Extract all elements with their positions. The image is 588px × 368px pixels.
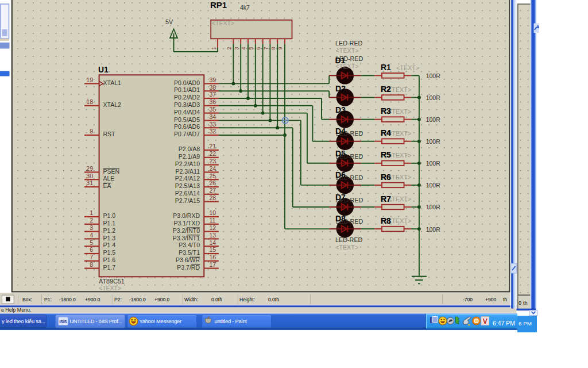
svg-text:P2.3/A11: P2.3/A11: [176, 168, 200, 175]
svg-text:Height:: Height:: [239, 297, 255, 302]
svg-text:9: 9: [90, 128, 93, 135]
svg-text:+900.0: +900.0: [85, 297, 100, 302]
svg-text:11: 11: [210, 217, 216, 224]
svg-text:RP1: RP1: [210, 0, 227, 10]
svg-text:UNTITLED - ISIS Prof...: UNTITLED - ISIS Prof...: [70, 319, 122, 324]
svg-text:R8: R8: [381, 216, 391, 225]
svg-text:100R: 100R: [426, 160, 441, 167]
svg-text:U1: U1: [98, 65, 109, 74]
svg-text:PSEN: PSEN: [103, 168, 120, 175]
svg-text:RST: RST: [103, 131, 116, 137]
svg-text:<TEXT>: <TEXT>: [388, 174, 411, 181]
svg-text:LED-RED: LED-RED: [335, 40, 363, 47]
svg-text:P0.3/AD3: P0.3/AD3: [174, 101, 200, 108]
svg-text:D8: D8: [335, 214, 346, 223]
svg-text:31: 31: [86, 179, 93, 186]
svg-text:R6: R6: [381, 172, 391, 182]
svg-text:100R: 100R: [426, 138, 441, 145]
svg-text:25: 25: [210, 172, 216, 179]
svg-text:P3.3/INT1: P3.3/INT1: [173, 235, 200, 241]
svg-text:<TEXT>: <TEXT>: [99, 285, 121, 292]
svg-text:100R: 100R: [426, 72, 441, 79]
svg-text:36: 36: [210, 98, 216, 105]
svg-text:XTAL1: XTAL1: [103, 79, 121, 86]
svg-text:10: 10: [210, 209, 216, 216]
svg-text:-1800.0: -1800.0: [59, 297, 76, 302]
svg-text:17: 17: [210, 261, 216, 268]
svg-text:P1.1: P1.1: [103, 220, 116, 227]
svg-text:<TEXT>: <TEXT>: [336, 47, 359, 54]
svg-text:1: 1: [211, 47, 216, 50]
svg-text:<TEXT>: <TEXT>: [388, 217, 411, 224]
svg-text:15: 15: [210, 246, 216, 253]
svg-text:ALE: ALE: [103, 175, 115, 182]
svg-text:LED-RED: LED-RED: [335, 236, 363, 243]
svg-text:3: 3: [234, 47, 239, 50]
svg-text:P3.4/T0: P3.4/T0: [179, 241, 200, 248]
svg-text:P2.4/A12: P2.4/A12: [175, 175, 200, 182]
svg-text:P1:: P1:: [44, 297, 52, 302]
svg-text:4k7: 4k7: [240, 4, 250, 11]
svg-text:P0.6/AD6: P0.6/AD6: [174, 123, 200, 130]
svg-text:8: 8: [270, 47, 276, 50]
svg-text:untitled - Paint: untitled - Paint: [215, 319, 247, 324]
svg-text:7: 7: [263, 47, 269, 50]
svg-text:P1.0: P1.0: [103, 212, 116, 219]
svg-text:<TEXT>: <TEXT>: [336, 63, 359, 70]
svg-text:35: 35: [210, 106, 216, 113]
svg-text:0: 0: [519, 300, 521, 306]
svg-text:22: 22: [210, 150, 216, 157]
svg-text:16: 16: [210, 254, 216, 260]
svg-text:3: 3: [90, 224, 93, 231]
svg-text:38: 38: [210, 84, 216, 91]
svg-text:R4: R4: [381, 128, 391, 137]
svg-text:100R: 100R: [426, 182, 441, 189]
svg-text:7: 7: [90, 254, 93, 260]
svg-text:y led theo kiểu sa...: y led theo kiểu sa...: [2, 319, 45, 324]
svg-text:0.0th: 0.0th: [211, 297, 222, 302]
svg-text:4: 4: [241, 47, 246, 50]
svg-text:6 PM: 6 PM: [519, 320, 532, 327]
svg-text:EA: EA: [103, 182, 111, 189]
svg-text:P3.6/WR: P3.6/WR: [176, 256, 200, 263]
svg-text:23: 23: [210, 158, 216, 164]
svg-text:AT89C51: AT89C51: [99, 278, 125, 285]
svg-text:D6: D6: [335, 170, 346, 179]
svg-text:37: 37: [210, 91, 216, 98]
svg-text:19: 19: [86, 76, 93, 83]
svg-text:1: 1: [90, 209, 93, 216]
svg-text:26: 26: [210, 179, 216, 186]
svg-text:P3.1/TXD: P3.1/TXD: [173, 220, 200, 227]
svg-text:13: 13: [210, 232, 216, 239]
svg-text:P2.0/A8: P2.0/A8: [179, 145, 200, 152]
svg-text:ISIS: ISIS: [59, 319, 67, 324]
svg-text:D4: D4: [335, 126, 346, 136]
svg-text:R3: R3: [381, 106, 391, 116]
svg-text:P2.1/A9: P2.1/A9: [179, 153, 200, 160]
svg-text:39: 39: [210, 76, 216, 83]
svg-text:-1800.0: -1800.0: [129, 297, 146, 302]
svg-text:P2:: P2:: [114, 297, 122, 302]
svg-text:P2.5/A13: P2.5/A13: [175, 182, 200, 189]
svg-text:P2.2/A10: P2.2/A10: [175, 160, 200, 167]
svg-text:33: 33: [210, 121, 216, 128]
svg-text:P1.6: P1.6: [103, 256, 116, 263]
svg-text:Width:: Width:: [184, 297, 198, 302]
svg-text:R1: R1: [381, 63, 391, 72]
svg-text:P0.5/AD5: P0.5/AD5: [174, 116, 200, 123]
svg-text:XTAL2: XTAL2: [103, 101, 121, 108]
svg-text:21: 21: [210, 143, 216, 150]
svg-text:6:47 PM: 6:47 PM: [493, 320, 515, 327]
svg-text:32: 32: [210, 128, 216, 135]
svg-text:12: 12: [210, 224, 216, 231]
svg-text:D5: D5: [335, 149, 346, 158]
svg-text:<TEXT>: <TEXT>: [388, 86, 411, 93]
svg-text:2: 2: [90, 217, 93, 224]
svg-text:P1.7: P1.7: [103, 264, 116, 271]
svg-text:5: 5: [90, 239, 93, 246]
svg-text:P2.7/A15: P2.7/A15: [175, 197, 200, 204]
svg-text:P3.2/INT0: P3.2/INT0: [173, 227, 200, 234]
svg-text:6: 6: [90, 246, 93, 253]
svg-text:100R: 100R: [426, 116, 441, 123]
svg-text:9: 9: [277, 47, 283, 50]
